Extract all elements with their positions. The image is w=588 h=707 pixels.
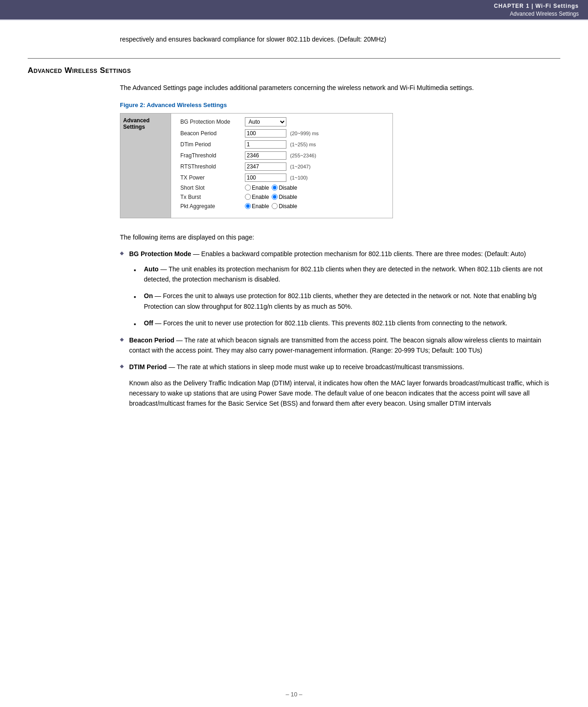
fig-input-dtim[interactable] (245, 140, 286, 149)
fig-radio-shortslot-disable[interactable]: Disable (272, 185, 297, 191)
intro-text: respectively and ensures backward compli… (120, 34, 560, 44)
section-description: The Advanced Settings page includes addi… (120, 83, 560, 93)
chapter-prefix: CHAPTER (494, 3, 524, 9)
sub-term-on: On (144, 292, 153, 300)
fig-label-frag: FragThreshold (180, 152, 245, 159)
bullet-bg-protection: BG Protection Mode — Enables a backward … (120, 249, 560, 328)
sub-term-off: Off (144, 319, 153, 327)
chapter-title: Wi-Fi Settings (535, 3, 579, 9)
fig-label-bg: BG Protection Mode (180, 119, 245, 125)
sub-text-on: Forces the unit to always use protection… (144, 292, 536, 310)
section-heading: Advanced Wireless Settings (28, 66, 560, 75)
sub-sep-auto: — (160, 265, 169, 273)
fig-radio-pktagg-enable-input[interactable] (245, 203, 251, 209)
header-chapter: CHAPTER 1 | Wi-Fi Settings (494, 2, 579, 10)
fig-label-beacon: Beacon Period (180, 130, 245, 137)
sub-item-auto: Auto — The unit enables its protection m… (134, 264, 560, 285)
fig-radio-shortslot-enable-input[interactable] (245, 185, 251, 191)
bullet-text-beacon: The rate at which beacon signals are tra… (129, 336, 541, 354)
figure-main: BG Protection Mode Auto On Off Beacon Pe… (171, 114, 392, 218)
fig-label-txpower: TX Power (180, 174, 245, 181)
fig-label-pktagg: Pkt Aggregate (180, 203, 245, 210)
figure-container: Advanced Settings BG Protection Mode Aut… (120, 113, 393, 218)
main-bullet-list: BG Protection Mode — Enables a backward … (120, 249, 560, 409)
bullet-term-bg: BG Protection Mode (129, 250, 191, 258)
fig-range-rts: (1~2047) (290, 164, 310, 169)
bullet-beacon-period: Beacon Period — The rate at which beacon… (120, 335, 560, 356)
bullet-sep-bg: — (193, 250, 201, 258)
fig-radio-pktagg-disable-input[interactable] (272, 203, 278, 209)
fig-radio-pktagg-enable[interactable]: Enable (245, 203, 269, 210)
fig-row-dtim: DTim Period (1~255) ms (180, 140, 383, 149)
fig-row-rts: RTSThreshold (1~2047) (180, 162, 383, 171)
sub-sep-off: — (155, 319, 163, 327)
fig-range-txpower: (1~100) (290, 175, 308, 180)
fig-radio-pktagg-disable[interactable]: Disable (272, 203, 297, 210)
fig-radio-pktagg: Enable Disable (245, 203, 297, 210)
fig-radio-shortslot-enable[interactable]: Enable (245, 185, 269, 191)
fig-label-dtim: DTim Period (180, 141, 245, 148)
figure-label: Figure 2: Advanced Wireless Settings (120, 102, 560, 108)
fig-select-bg[interactable]: Auto On Off (245, 117, 286, 126)
fig-row-txpower: TX Power (1~100) (180, 174, 383, 182)
fig-row-shortslot: Short Slot Enable Disable (180, 185, 383, 191)
bullet-term-beacon: Beacon Period (129, 336, 174, 344)
bullet-dtim-period: DTIM Period — The rate at which stations… (120, 362, 560, 409)
bullet-sep-beacon: — (176, 336, 184, 344)
fig-range-beacon: (20~999) ms (290, 131, 319, 136)
sub-item-on: On — Forces the unit to always use prote… (134, 291, 560, 312)
fig-input-frag[interactable] (245, 151, 286, 160)
bullet-term-dtim: DTIM Period (129, 363, 167, 371)
sub-item-off: Off — Forces the unit to never use prote… (134, 318, 560, 328)
fig-row-pktagg: Pkt Aggregate Enable Disable (180, 203, 383, 210)
sub-term-auto: Auto (144, 265, 159, 273)
dtim-extra-para: Known also as the Delivery Traffic Indic… (129, 378, 560, 409)
bullet-sep-dtim: — (169, 363, 177, 371)
sub-text-off: Forces the unit to never use protection … (163, 319, 507, 327)
fig-row-txburst: Tx Burst Enable Disable (180, 194, 383, 200)
figure-sidebar: Advanced Settings (120, 114, 171, 218)
sub-sep-on: — (154, 292, 163, 300)
sub-text-auto: The unit enables its protection mechanis… (144, 265, 542, 283)
fig-label-shortslot: Short Slot (180, 185, 245, 191)
fig-radio-txburst-enable[interactable]: Enable (245, 194, 269, 200)
bullet-text-dtim: The rate at which stations in sleep mode… (177, 363, 464, 371)
bullet-text-bg: Enables a backward compatible protection… (201, 250, 526, 258)
fig-input-beacon[interactable] (245, 129, 286, 138)
fig-radio-shortslot: Enable Disable (245, 185, 297, 191)
main-content: respectively and ensures backward compli… (0, 20, 588, 434)
fig-input-rts[interactable] (245, 162, 286, 171)
fig-label-txburst: Tx Burst (180, 194, 245, 200)
section-divider (28, 58, 560, 59)
footer-text: – 10 – (285, 691, 302, 698)
fig-radio-txburst-enable-input[interactable] (245, 194, 251, 200)
header-right: CHAPTER 1 | Wi-Fi Settings Advanced Wire… (494, 2, 579, 18)
chapter-number: 1 (526, 3, 529, 9)
following-items-text: The following items are displayed on thi… (120, 232, 560, 242)
fig-row-bg-protection: BG Protection Mode Auto On Off (180, 117, 383, 126)
sub-list-bg: Auto — The unit enables its protection m… (134, 264, 560, 329)
fig-range-frag: (255~2346) (290, 153, 316, 158)
figure-sidebar-label: Advanced Settings (123, 117, 168, 130)
fig-radio-txburst: Enable Disable (245, 194, 297, 200)
header-bar: CHAPTER 1 | Wi-Fi Settings Advanced Wire… (0, 0, 588, 20)
header-subtitle: Advanced Wireless Settings (494, 10, 579, 18)
chapter-separator: | (531, 3, 535, 9)
footer: – 10 – (0, 682, 588, 707)
fig-radio-txburst-disable-input[interactable] (272, 194, 278, 200)
fig-input-txpower[interactable] (245, 174, 286, 182)
fig-row-beacon: Beacon Period (20~999) ms (180, 129, 383, 138)
fig-range-dtim: (1~255) ms (290, 142, 316, 147)
fig-radio-shortslot-disable-input[interactable] (272, 185, 278, 191)
fig-radio-txburst-disable[interactable]: Disable (272, 194, 297, 200)
fig-row-frag: FragThreshold (255~2346) (180, 151, 383, 160)
fig-label-rts: RTSThreshold (180, 163, 245, 170)
